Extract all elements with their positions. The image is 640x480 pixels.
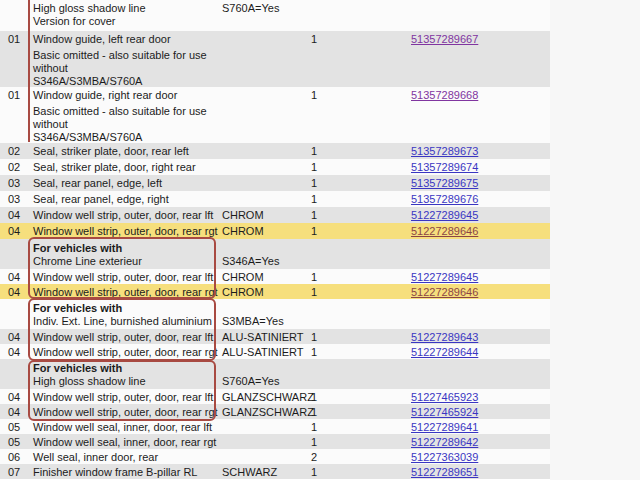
quantity-value: 1 bbox=[308, 284, 405, 299]
part-number-cell: 51357289674 bbox=[405, 159, 550, 175]
part-notes: Basic omitted - also suitable for usewit… bbox=[33, 105, 220, 143]
option-code: S760A=Yes bbox=[220, 359, 308, 389]
description-line: Seal, striker plate, door, right rear bbox=[33, 161, 220, 174]
quantity-value: 1 bbox=[308, 389, 405, 404]
item-number: 06 bbox=[0, 449, 30, 464]
description-line: Window well strip, outer, door, rear lft bbox=[33, 391, 220, 404]
item-number: 02 bbox=[0, 143, 30, 159]
clipped-row-remnant: 04 bbox=[19, 0, 31, 3]
part-description: Window well strip, outer, door, rear rgt bbox=[30, 344, 220, 359]
table-row: 01Window guide, right rear doorBasic omi… bbox=[0, 87, 550, 143]
part-number-link[interactable]: 51357289673 bbox=[411, 145, 478, 157]
variant-value bbox=[220, 159, 308, 175]
part-number-link[interactable]: 51227289645 bbox=[411, 271, 478, 283]
description-line: Window well strip, outer, door, rear rgt bbox=[33, 406, 220, 419]
table-row: 01Window guide, left rear doorBasic omit… bbox=[0, 31, 550, 87]
item-number: 07 bbox=[0, 464, 30, 479]
variant-value: CHROM bbox=[220, 284, 308, 299]
item-number: 04 bbox=[0, 207, 30, 223]
part-note: S346A/S3MBA/S760A bbox=[33, 131, 220, 143]
part-description: Finisher window frame B-pillar RL door bbox=[30, 464, 220, 479]
part-note: Basic omitted - also suitable for use bbox=[33, 49, 220, 62]
table-row: 04Window well strip, outer, door, rear r… bbox=[0, 404, 550, 419]
table-row: 05Window well seal, inner, door, rear rg… bbox=[0, 434, 550, 449]
part-description: Seal, rear panel, edge, right bbox=[30, 191, 220, 207]
description-line: Seal, rear panel, edge, left bbox=[33, 177, 220, 190]
part-number-cell: 51227289644 bbox=[405, 344, 550, 359]
description-line: Window guide, right rear door bbox=[33, 89, 220, 102]
part-description: Well seal, inner door, rear bbox=[30, 449, 220, 464]
parts-catalog-screen: 04High gloss shadow lineVersion for cove… bbox=[0, 0, 640, 480]
item-number bbox=[0, 359, 30, 389]
part-number-link[interactable]: 51357289667 bbox=[411, 33, 478, 45]
quantity-value: 1 bbox=[308, 344, 405, 359]
part-description: For vehicles withIndiv. Ext. Line, burni… bbox=[30, 299, 220, 329]
description-line: Window well strip, outer, door, rear lft bbox=[33, 331, 220, 344]
item-number bbox=[0, 0, 30, 31]
table-row: 05Window well seal, inner, door, rear lf… bbox=[0, 419, 550, 434]
part-description: For vehicles withHigh gloss shadow line bbox=[30, 359, 220, 389]
part-number-link[interactable]: 51227289645 bbox=[411, 209, 478, 221]
part-number-link[interactable]: 51227289646 bbox=[411, 286, 478, 298]
part-description: Seal, striker plate, door, rear left bbox=[30, 143, 220, 159]
description-line: Window well strip, outer, door, rear rgt bbox=[33, 346, 220, 359]
variant-value: ALU-SATINIERT bbox=[220, 329, 308, 344]
item-number: 04 bbox=[0, 269, 30, 284]
description-line: Seal, striker plate, door, rear left bbox=[33, 145, 220, 158]
part-number-cell: 51227363039 bbox=[405, 449, 550, 464]
description-line: Version for cover bbox=[33, 15, 220, 28]
part-description: Seal, rear panel, edge, left bbox=[30, 175, 220, 191]
item-number: 04 bbox=[0, 404, 30, 419]
item-number: 01 bbox=[0, 31, 30, 87]
description-line: Window well seal, inner, door, rear lft bbox=[33, 421, 220, 434]
part-description: Window well strip, outer, door, rear rgt bbox=[30, 404, 220, 419]
part-number-link[interactable]: 51227363039 bbox=[411, 451, 478, 463]
table-row: For vehicles withHigh gloss shadow lineS… bbox=[0, 359, 550, 389]
part-number-link[interactable]: 51227289644 bbox=[411, 346, 478, 358]
part-number-cell: 51227465924 bbox=[405, 404, 550, 419]
part-number-cell: 51227465923 bbox=[405, 389, 550, 404]
part-number-link[interactable]: 51227289641 bbox=[411, 421, 478, 433]
table-row: 04Window well strip, outer, door, rear r… bbox=[0, 344, 550, 359]
option-code: S346A=Yes bbox=[220, 239, 308, 269]
item-number: 03 bbox=[0, 191, 30, 207]
part-number-link[interactable]: 51357289674 bbox=[411, 161, 478, 173]
description-line: High gloss shadow line bbox=[33, 2, 220, 15]
item-number: 04 bbox=[0, 329, 30, 344]
item-number bbox=[0, 239, 30, 269]
part-number-link[interactable]: 51357289676 bbox=[411, 193, 478, 205]
part-number-link[interactable]: 51227289643 bbox=[411, 331, 478, 343]
part-note: without bbox=[33, 118, 220, 131]
group-condition-detail: Indiv. Ext. Line, burnished aluminium bbox=[33, 315, 220, 328]
item-number: 05 bbox=[0, 434, 30, 449]
table-row: For vehicles withIndiv. Ext. Line, burni… bbox=[0, 299, 550, 329]
part-number-cell: 51357289673 bbox=[405, 143, 550, 159]
quantity-value: 1 bbox=[308, 269, 405, 284]
part-description: 04High gloss shadow lineVersion for cove… bbox=[30, 0, 220, 31]
variant-value: CHROM bbox=[220, 269, 308, 284]
part-number-link[interactable]: 51227289642 bbox=[411, 436, 478, 448]
part-number-link[interactable]: 51227465923 bbox=[411, 391, 478, 403]
variant-value bbox=[220, 31, 308, 87]
part-number-link[interactable]: 51227289646 bbox=[411, 225, 478, 237]
quantity-value bbox=[308, 359, 405, 389]
part-number-cell bbox=[405, 0, 550, 31]
item-number: 04 bbox=[0, 284, 30, 299]
part-description: Window well strip, outer, door, rear rgt bbox=[30, 223, 220, 239]
table-row: 04Window well strip, outer, door, rear r… bbox=[0, 284, 550, 299]
variant-value: SCHWARZ bbox=[220, 464, 308, 479]
part-number-link[interactable]: 51227289651 bbox=[411, 466, 478, 478]
part-note: S346A/S3MBA/S760A bbox=[33, 75, 220, 87]
quantity-value: 1 bbox=[308, 207, 405, 223]
part-number-link[interactable]: 51357289668 bbox=[411, 89, 478, 101]
variant-value bbox=[220, 449, 308, 464]
table-row: 04Window well strip, outer, door, rear l… bbox=[0, 329, 550, 344]
part-number-link[interactable]: 51357289675 bbox=[411, 177, 478, 189]
item-number: 04 bbox=[0, 344, 30, 359]
item-number: 05 bbox=[0, 419, 30, 434]
part-number-link[interactable]: 51227465924 bbox=[411, 406, 478, 418]
variant-value: GLANZSCHWARZ bbox=[220, 404, 308, 419]
part-description: Window well strip, outer, door, rear lft bbox=[30, 389, 220, 404]
part-number-cell: 51227289646 bbox=[405, 223, 550, 239]
quantity-value: 1 bbox=[308, 175, 405, 191]
